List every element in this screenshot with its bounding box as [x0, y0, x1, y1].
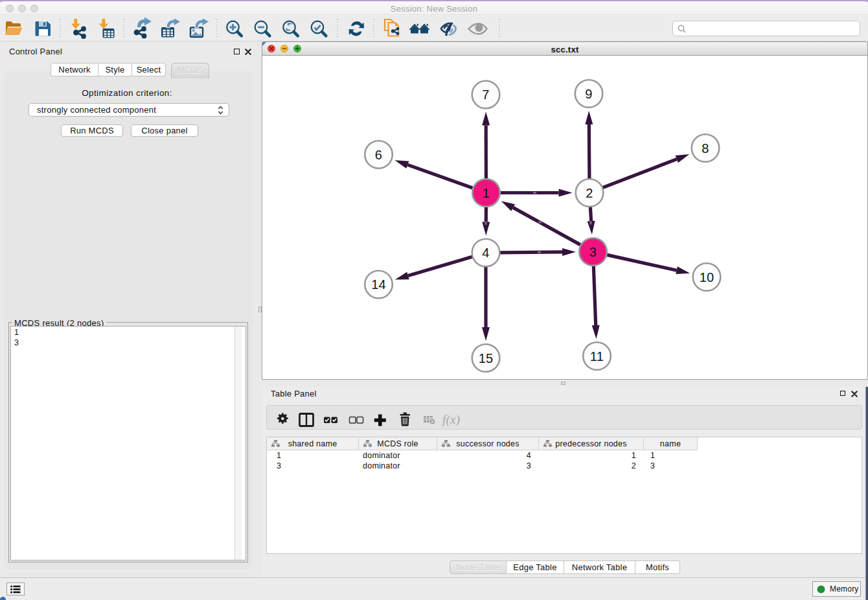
svg-text:4: 4: [482, 246, 489, 260]
svg-text:3: 3: [589, 245, 597, 259]
svg-text:14: 14: [371, 277, 386, 292]
svg-text:11: 11: [590, 349, 604, 363]
svg-text:1: 1: [483, 186, 490, 200]
svg-text:7: 7: [482, 87, 489, 102]
svg-text:15: 15: [479, 351, 494, 365]
svg-text:8: 8: [702, 141, 709, 156]
svg-text:9: 9: [585, 87, 592, 101]
svg-text:10: 10: [700, 270, 714, 284]
svg-text:2: 2: [586, 186, 593, 200]
svg-text:f(x): f(x): [442, 413, 460, 427]
svg-text:6: 6: [375, 148, 382, 162]
